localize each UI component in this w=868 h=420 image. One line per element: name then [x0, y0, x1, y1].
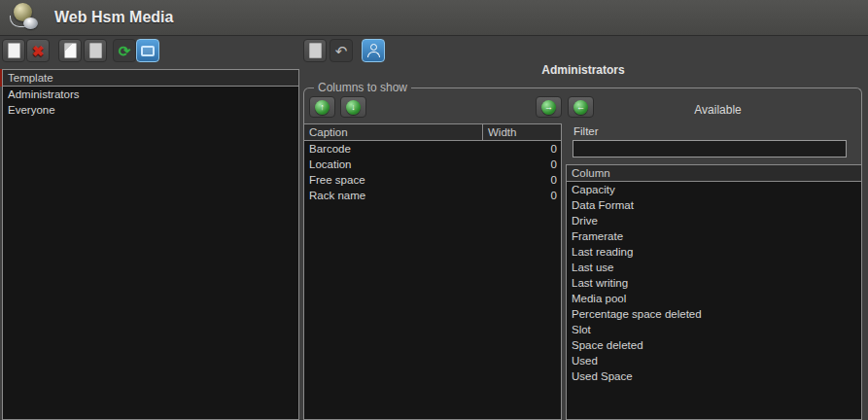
width-column-header[interactable]: Width: [483, 124, 561, 140]
app-icon: [8, 2, 45, 33]
move-right-button[interactable]: →: [536, 96, 562, 118]
filter-label: Filter: [573, 125, 599, 137]
table-row-rack-name[interactable]: Rack name 0: [304, 188, 561, 203]
blank-page-icon: [89, 43, 102, 58]
column-list-header[interactable]: Column: [567, 165, 861, 182]
template-list: Template Administrators Everyone: [2, 69, 299, 420]
row-caption: Barcode: [304, 141, 489, 157]
list-item-percentage-space-deleted[interactable]: Percentage space deleted: [567, 306, 861, 322]
template-list-item-administrators[interactable]: Administrators: [3, 87, 298, 102]
list-item-slot[interactable]: Slot: [567, 322, 861, 337]
table-row-barcode[interactable]: Barcode 0: [304, 141, 561, 157]
list-item-framerate[interactable]: Framerate: [567, 228, 861, 244]
arrow-right-icon: →: [541, 100, 556, 115]
selected-template-title: Administrators: [303, 63, 863, 77]
media-screen-icon: [141, 46, 155, 56]
list-item-space-deleted[interactable]: Space deleted: [567, 337, 861, 353]
move-down-button[interactable]: ↓: [340, 96, 366, 118]
move-up-button[interactable]: ↑: [309, 96, 335, 118]
refresh-button[interactable]: ⟳: [113, 39, 136, 62]
media-view-button[interactable]: [136, 39, 159, 62]
arrow-down-icon: ↓: [346, 100, 361, 115]
copy-document-icon: [64, 43, 77, 58]
row-caption: Location: [304, 157, 489, 172]
toolbar: ✖ ⟳ ↶: [0, 38, 868, 65]
available-columns-list: Column Capacity Data Format Drive Framer…: [566, 164, 862, 420]
web-hsm-media-window: { "window": { "title": "Web Hsm Media" }…: [0, 0, 868, 420]
row-caption: Free space: [304, 172, 489, 188]
group-label: Columns to show: [314, 81, 411, 94]
new-document-icon: [8, 43, 20, 58]
title-bar: Web Hsm Media: [0, 0, 868, 36]
caption-column-header[interactable]: Caption: [304, 124, 483, 140]
delete-button[interactable]: ✖: [26, 39, 50, 62]
template-page-icon: [309, 43, 322, 58]
user-icon: [366, 44, 381, 57]
template-page-button[interactable]: [303, 39, 327, 62]
list-item-used[interactable]: Used: [567, 353, 861, 368]
list-item-last-reading[interactable]: Last reading: [567, 244, 861, 260]
table-row-location[interactable]: Location 0: [304, 157, 561, 172]
refresh-icon: ⟳: [119, 44, 131, 58]
row-width: 0: [489, 172, 561, 188]
list-item-media-pool[interactable]: Media pool: [567, 291, 861, 306]
list-item-last-use[interactable]: Last use: [567, 260, 861, 275]
window-title: Web Hsm Media: [54, 9, 173, 26]
row-width: 0: [489, 141, 561, 157]
row-caption: Rack name: [304, 188, 489, 203]
list-item-last-writing[interactable]: Last writing: [567, 275, 861, 291]
list-item-drive[interactable]: Drive: [567, 213, 861, 228]
columns-table: Caption Width Barcode 0 Location 0 Free …: [303, 123, 562, 420]
blank-page-button[interactable]: [84, 39, 107, 62]
row-width: 0: [489, 157, 561, 172]
delete-icon: ✖: [32, 44, 45, 58]
arrow-up-icon: ↑: [315, 100, 330, 115]
undo-icon: ↶: [335, 44, 348, 58]
available-label: Available: [573, 103, 862, 117]
mouse-icon: [23, 18, 38, 29]
undo-button[interactable]: ↶: [330, 39, 353, 62]
table-row-free-space[interactable]: Free space 0: [304, 172, 561, 188]
list-item-capacity[interactable]: Capacity: [567, 182, 861, 197]
template-list-item-everyone[interactable]: Everyone: [3, 102, 298, 118]
row-width: 0: [489, 188, 561, 203]
new-document-button[interactable]: [2, 39, 25, 62]
filter-input[interactable]: [573, 140, 847, 158]
template-column-header[interactable]: Template: [3, 70, 298, 87]
list-item-used-space[interactable]: Used Space: [567, 368, 861, 384]
users-button[interactable]: [362, 39, 385, 62]
list-item-data-format[interactable]: Data Format: [567, 197, 861, 213]
copy-document-button[interactable]: [58, 39, 82, 62]
